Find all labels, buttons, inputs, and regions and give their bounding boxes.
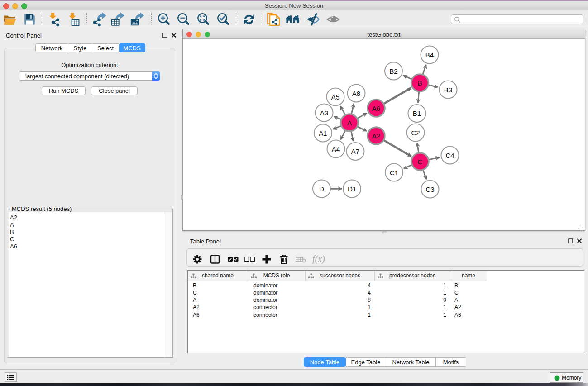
svg-text:B4: B4 bbox=[425, 51, 434, 59]
svg-text:B2: B2 bbox=[389, 67, 397, 75]
svg-text:A8: A8 bbox=[352, 90, 360, 97]
svg-text:A2: A2 bbox=[372, 132, 380, 140]
svg-text:C3: C3 bbox=[425, 186, 434, 193]
svg-text:B3: B3 bbox=[444, 86, 452, 94]
svg-text:D1: D1 bbox=[348, 185, 356, 193]
svg-text:D: D bbox=[319, 185, 324, 193]
svg-text:A6: A6 bbox=[372, 105, 380, 112]
svg-text:A4: A4 bbox=[332, 145, 340, 153]
svg-text:B: B bbox=[417, 79, 422, 87]
svg-text:B1: B1 bbox=[413, 110, 421, 117]
svg-text:C1: C1 bbox=[390, 169, 398, 176]
svg-text:A5: A5 bbox=[331, 93, 339, 101]
svg-text:A3: A3 bbox=[320, 109, 328, 117]
svg-text:A1: A1 bbox=[319, 129, 327, 137]
svg-text:C: C bbox=[418, 158, 423, 166]
svg-text:A7: A7 bbox=[351, 148, 359, 155]
svg-text:C4: C4 bbox=[445, 152, 454, 159]
svg-text:C2: C2 bbox=[411, 129, 420, 137]
svg-text:A: A bbox=[347, 119, 352, 127]
